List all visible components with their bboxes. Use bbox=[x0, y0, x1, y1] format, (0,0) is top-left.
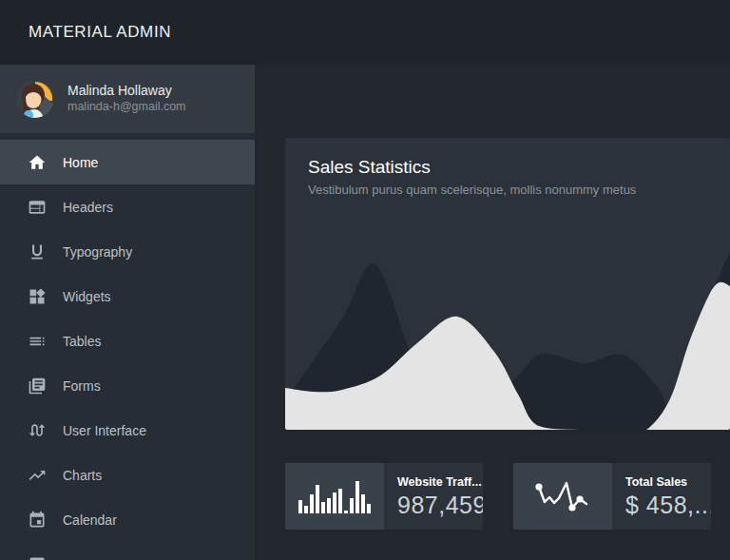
sales-statistics-card: Sales Statistics Vestibulum purus quam s… bbox=[285, 138, 730, 430]
typography-icon bbox=[28, 241, 48, 261]
sidebar-item-calendar[interactable]: Calendar bbox=[0, 497, 255, 542]
sales-card-title: Sales Statistics bbox=[308, 157, 707, 178]
stat-value: $ 458,... bbox=[625, 492, 707, 519]
sidebar-item-label: User Interface bbox=[63, 423, 146, 438]
sidebar-item-label: Tables bbox=[63, 334, 101, 349]
sidebar-item-forms[interactable]: Forms bbox=[0, 363, 255, 408]
sidebar-item-typography[interactable]: Typography bbox=[0, 229, 255, 274]
calendar-icon bbox=[28, 510, 48, 530]
sidebar-item-label: Home bbox=[63, 155, 98, 170]
photo-gallery-icon bbox=[28, 554, 48, 560]
sidebar-item-charts[interactable]: Charts bbox=[0, 453, 255, 497]
stat-value: 987,459 bbox=[397, 492, 479, 519]
app-header: MATERIAL ADMIN bbox=[0, 0, 730, 65]
user-email: malinda-h@gmail.com bbox=[67, 99, 186, 115]
stat-icon-panel bbox=[513, 463, 612, 530]
user-avatar bbox=[16, 80, 54, 118]
user-name: Malinda Hollaway bbox=[67, 83, 186, 99]
bar-chart-icon bbox=[297, 475, 373, 517]
avatar-illustration bbox=[16, 80, 54, 118]
headers-icon bbox=[28, 197, 48, 217]
sidebar-item-widgets[interactable]: Widgets bbox=[0, 274, 255, 319]
sidebar-item-label: Calendar bbox=[63, 512, 117, 528]
sidebar-item-label: Charts bbox=[63, 468, 102, 483]
stat-icon-panel bbox=[285, 463, 384, 530]
sales-card-subtitle: Vestibulum purus quam scelerisque, molli… bbox=[308, 183, 707, 197]
sidebar-item-headers[interactable]: Headers bbox=[0, 184, 255, 229]
sidebar-item-tables[interactable]: Tables bbox=[0, 319, 255, 363]
user-profile[interactable]: Malinda Hollaway malinda-h@gmail.com bbox=[0, 65, 255, 133]
tables-icon bbox=[28, 331, 48, 351]
widgets-icon bbox=[28, 286, 48, 306]
forms-icon bbox=[28, 376, 48, 396]
sidebar-item-home[interactable]: Home bbox=[0, 140, 255, 184]
charts-icon bbox=[28, 465, 48, 485]
sidebar-item-photo-gallery[interactable] bbox=[0, 542, 255, 560]
sidebar-item-label: Forms bbox=[63, 378, 101, 394]
sidebar-item-user-interface[interactable]: User Interface bbox=[0, 408, 255, 453]
stat-label: Website Traff... bbox=[397, 475, 479, 490]
line-chart-icon bbox=[531, 473, 594, 519]
sidebar-menu: HomeHeadersTypographyWidgetsTablesFormsU… bbox=[0, 133, 255, 560]
stat-card-website-traff[interactable]: Website Traff...987,459 bbox=[285, 463, 483, 530]
sidebar-item-label: Widgets bbox=[63, 289, 111, 304]
stat-card-total-sales[interactable]: Total Sales$ 458,... bbox=[513, 463, 711, 530]
sidebar-item-label: Headers bbox=[63, 200, 113, 215]
home-icon bbox=[28, 152, 48, 172]
stat-label: Total Sales bbox=[625, 475, 707, 490]
app-title: MATERIAL ADMIN bbox=[29, 23, 171, 42]
sidebar-item-label: Typography bbox=[63, 244, 132, 260]
sales-area-chart bbox=[285, 200, 730, 430]
sidebar: Malinda Hollaway malinda-h@gmail.com Hom… bbox=[0, 65, 255, 560]
main-content: DASHBOARD Sales Statistics Vestibulum pu… bbox=[255, 65, 730, 560]
user-interface-icon bbox=[28, 420, 48, 440]
